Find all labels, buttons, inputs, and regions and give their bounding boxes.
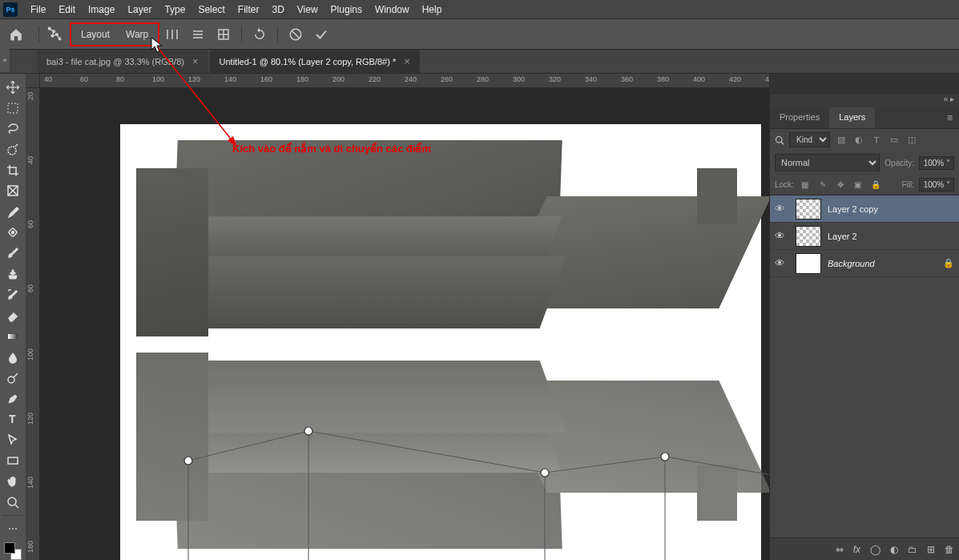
path-selection-tool[interactable] bbox=[2, 429, 24, 450]
layer-name[interactable]: Layer 2 bbox=[828, 232, 857, 241]
menu-file[interactable]: File bbox=[24, 4, 52, 15]
expansion-icon[interactable] bbox=[187, 23, 209, 46]
layer-row[interactable]: 👁 Layer 2 bbox=[770, 223, 959, 250]
menu-select[interactable]: Select bbox=[191, 4, 231, 15]
layer-thumbnail[interactable] bbox=[796, 253, 821, 274]
frame-tool[interactable] bbox=[2, 181, 24, 202]
opacity-value[interactable]: 100% ˅ bbox=[919, 156, 954, 170]
show-mesh-icon[interactable] bbox=[212, 23, 235, 46]
delete-layer-icon[interactable]: 🗑 bbox=[945, 544, 954, 555]
brush-tool[interactable] bbox=[2, 243, 24, 264]
filter-smart-icon[interactable]: ◫ bbox=[905, 134, 918, 147]
filter-shape-icon[interactable]: ▭ bbox=[888, 134, 901, 147]
vertical-ruler[interactable]: 20 40 60 80 100 120 140 160 bbox=[26, 88, 40, 560]
expand-panels-icon[interactable]: » bbox=[0, 48, 10, 72]
clone-stamp-tool[interactable] bbox=[2, 264, 24, 284]
layer-thumbnail[interactable] bbox=[796, 226, 821, 247]
eyedropper-tool[interactable] bbox=[2, 201, 24, 222]
marquee-tool[interactable] bbox=[2, 98, 24, 119]
lock-image-icon[interactable]: ✎ bbox=[816, 179, 829, 191]
menu-view[interactable]: View bbox=[291, 4, 324, 15]
link-layers-icon[interactable]: ⇔ bbox=[836, 544, 844, 555]
lasso-tool[interactable] bbox=[2, 119, 24, 139]
gradient-tool[interactable] bbox=[2, 326, 24, 347]
dodge-tool[interactable] bbox=[2, 368, 24, 389]
lock-transparency-icon[interactable]: ▦ bbox=[799, 179, 812, 191]
home-button[interactable] bbox=[5, 23, 27, 46]
commit-button[interactable] bbox=[310, 23, 332, 46]
density-icon[interactable] bbox=[161, 23, 183, 46]
menu-layer[interactable]: Layer bbox=[121, 4, 158, 15]
ruler-origin[interactable] bbox=[26, 74, 40, 88]
move-tool[interactable] bbox=[2, 77, 24, 98]
fill-value[interactable]: 100% ˅ bbox=[919, 178, 954, 191]
adjustment-layer-icon[interactable]: ◐ bbox=[890, 544, 898, 555]
document-tab-1[interactable]: bai3 - file cat.jpg @ 33.3% (RGB/8) × bbox=[37, 50, 208, 73]
eraser-tool[interactable] bbox=[2, 305, 24, 326]
layer-thumbnail[interactable] bbox=[796, 199, 821, 220]
type-tool[interactable]: T bbox=[2, 409, 24, 430]
layers-panel-footer: ⇔ fx ◯ ◐ 🗀 ⊞ 🗑 bbox=[770, 538, 959, 560]
edit-toolbar-button[interactable]: ⋯ bbox=[2, 518, 24, 539]
document-tab-2[interactable]: Untitled-1 @ 80.1% (Layer 2 copy, RGB/8#… bbox=[210, 50, 420, 73]
svg-point-24 bbox=[8, 377, 14, 383]
foreground-color-swatch[interactable] bbox=[4, 542, 15, 554]
menu-filter[interactable]: Filter bbox=[232, 4, 266, 15]
menu-3d[interactable]: 3D bbox=[265, 4, 290, 15]
layer-row[interactable]: 👁 Background 🔒 bbox=[770, 250, 959, 277]
group-icon[interactable]: 🗀 bbox=[908, 544, 917, 555]
crop-tool[interactable] bbox=[2, 160, 24, 181]
svg-point-2 bbox=[51, 34, 54, 37]
canvas-area[interactable] bbox=[40, 88, 769, 560]
blend-mode-select[interactable]: Normal bbox=[775, 154, 880, 171]
visibility-icon[interactable]: 👁 bbox=[775, 230, 789, 242]
pen-tool[interactable] bbox=[2, 389, 24, 409]
properties-tab[interactable]: Properties bbox=[770, 107, 829, 128]
filter-kind-select[interactable]: Kind bbox=[789, 132, 830, 147]
menu-type[interactable]: Type bbox=[158, 4, 191, 15]
layer-name[interactable]: Layer 2 copy bbox=[828, 204, 878, 214]
lock-all-icon[interactable]: 🔒 bbox=[869, 179, 882, 191]
menu-help[interactable]: Help bbox=[416, 4, 449, 15]
layer-row[interactable]: 👁 Layer 2 copy bbox=[770, 195, 959, 223]
search-icon[interactable] bbox=[775, 135, 784, 145]
rectangle-tool[interactable] bbox=[2, 450, 24, 471]
document-tabs-bar: bai3 - file cat.jpg @ 33.3% (RGB/8) × Un… bbox=[0, 50, 959, 74]
cancel-button[interactable] bbox=[284, 23, 307, 46]
layer-mask-icon[interactable]: ◯ bbox=[870, 544, 880, 555]
layout-button[interactable]: Layout bbox=[73, 26, 118, 43]
filter-type-icon[interactable]: T bbox=[870, 134, 883, 147]
close-icon[interactable]: × bbox=[192, 55, 199, 67]
warp-button[interactable]: Warp bbox=[118, 26, 156, 43]
menu-bar: Ps File Edit Image Layer Type Select Fil… bbox=[0, 0, 959, 19]
hand-tool[interactable] bbox=[2, 471, 24, 492]
layer-list: 👁 Layer 2 copy 👁 Layer 2 👁 Background 🔒 bbox=[770, 195, 959, 277]
menu-image[interactable]: Image bbox=[82, 4, 121, 15]
filter-pixel-icon[interactable]: ▧ bbox=[835, 134, 848, 147]
reset-button[interactable] bbox=[248, 23, 271, 46]
layer-style-icon[interactable]: fx bbox=[853, 544, 860, 555]
visibility-icon[interactable]: 👁 bbox=[775, 203, 789, 215]
panel-collapse-icon[interactable]: « ▸ bbox=[770, 95, 959, 107]
layers-tab[interactable]: Layers bbox=[829, 107, 875, 128]
layer-name[interactable]: Background bbox=[828, 259, 875, 268]
color-swatches[interactable] bbox=[4, 542, 22, 560]
close-icon[interactable]: × bbox=[404, 55, 410, 67]
blur-tool[interactable] bbox=[2, 347, 24, 368]
lock-artboard-icon[interactable]: ▣ bbox=[852, 179, 864, 191]
new-layer-icon[interactable]: ⊞ bbox=[927, 544, 935, 555]
zoom-tool[interactable] bbox=[2, 492, 24, 513]
panel-menu-icon[interactable]: ≡ bbox=[941, 107, 959, 128]
svg-line-29 bbox=[15, 505, 18, 508]
menu-plugins[interactable]: Plugins bbox=[324, 4, 369, 15]
lock-position-icon[interactable]: ✥ bbox=[834, 179, 847, 191]
history-brush-tool[interactable] bbox=[2, 284, 24, 305]
spot-healing-tool[interactable] bbox=[2, 222, 24, 243]
visibility-icon[interactable]: 👁 bbox=[775, 257, 789, 269]
menu-window[interactable]: Window bbox=[369, 4, 416, 15]
quick-selection-tool[interactable] bbox=[2, 139, 24, 160]
filter-adjustment-icon[interactable]: ◐ bbox=[852, 134, 865, 147]
menu-edit[interactable]: Edit bbox=[52, 4, 82, 15]
couch-image-top bbox=[136, 140, 745, 348]
horizontal-ruler[interactable]: 40 60 80 100 120 140 160 180 200 220 240… bbox=[40, 74, 769, 88]
